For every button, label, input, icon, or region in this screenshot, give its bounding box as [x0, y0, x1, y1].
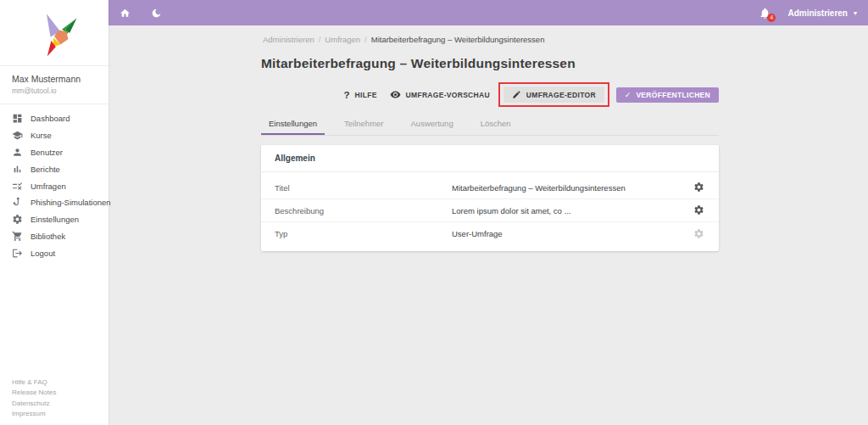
sidebar-footer: Hilfe & FAQ Release Notes Datenschutz Im…: [12, 377, 56, 419]
pencil-icon: [512, 90, 521, 99]
breadcrumb-current: Mitarbeiterbefragung – Weiterbildungsint…: [371, 35, 545, 44]
sidebar: Max Mustermann mm@tutool.io Dashboard Ku…: [0, 0, 108, 425]
user-block: Max Mustermann mm@tutool.io: [0, 66, 108, 104]
notifications-bell-icon[interactable]: 4: [759, 7, 771, 20]
bar-chart-icon: [12, 164, 23, 175]
red-annotation-box: UMFRAGE-EDITOR: [498, 82, 609, 107]
sidebar-item-label: Berichte: [31, 165, 60, 174]
row-value: Lorem ipsum dolor sit amet, co ...: [452, 206, 693, 215]
sidebar-item-label: Benutzer: [31, 148, 63, 157]
hummingbird-logo-icon: [30, 8, 79, 58]
sidebar-item-kurse[interactable]: Kurse: [0, 127, 108, 144]
gear-icon: [12, 214, 23, 225]
action-bar: ? HILFE UMFRAGE-VORSCHAU UMFRAGE-EDITOR: [261, 82, 719, 107]
table-row-typ: Typ User-Umfrage: [261, 222, 719, 245]
breadcrumb-administrieren[interactable]: Administrieren: [263, 35, 314, 44]
breadcrumb: Administrieren/Umfragen/Mitarbeiterbefra…: [261, 25, 719, 44]
footer-link-hilfe-faq[interactable]: Hilfe & FAQ: [12, 377, 56, 388]
footer-link-datenschutz[interactable]: Datenschutz: [12, 399, 56, 409]
sidebar-item-label: Bibliothek: [31, 232, 65, 241]
edit-gear-icon[interactable]: [693, 182, 705, 193]
row-label: Beschreibung: [275, 206, 452, 215]
sidebar-item-einstellungen[interactable]: Einstellungen: [0, 211, 108, 228]
breadcrumb-separator: /: [319, 35, 321, 44]
sidebar-item-label: Einstellungen: [31, 215, 79, 224]
table-row-beschreibung: Beschreibung Lorem ipsum dolor sit amet,…: [261, 199, 719, 222]
survey-editor-button[interactable]: UMFRAGE-EDITOR: [504, 87, 604, 103]
edit-gear-icon[interactable]: [693, 204, 705, 216]
home-icon[interactable]: [120, 8, 131, 19]
top-bar: 4 Administrieren ▾: [108, 0, 868, 25]
app-window: Max Mustermann mm@tutool.io Dashboard Ku…: [0, 0, 868, 425]
edit-gear-icon-disabled: [693, 228, 705, 240]
sidebar-item-label: Phishing-Simulationen: [31, 198, 111, 207]
row-label: Typ: [275, 229, 452, 238]
sidebar-item-logout[interactable]: Logout: [0, 244, 108, 261]
settings-card: Allgemein Titel Mitarbeiterbefragung – W…: [261, 145, 719, 251]
logo: [0, 0, 108, 66]
cart-icon: [12, 231, 23, 242]
user-name: Max Mustermann: [12, 74, 97, 84]
header-right: 4 Administrieren ▾: [759, 7, 857, 20]
eye-icon: [390, 89, 401, 100]
sidebar-item-benutzer[interactable]: Benutzer: [0, 144, 108, 161]
person-icon: [12, 147, 23, 158]
main-content: Administrieren/Umfragen/Mitarbeiterbefra…: [108, 25, 868, 425]
sidebar-nav: Dashboard Kurse Benutzer Berichte Umfrag…: [0, 104, 108, 261]
survey-preview-button[interactable]: UMFRAGE-VORSCHAU: [390, 89, 490, 100]
tab-loeschen[interactable]: Löschen: [473, 113, 519, 135]
notification-badge: 4: [767, 14, 776, 22]
breadcrumb-umfragen[interactable]: Umfragen: [325, 35, 360, 44]
card-title: Allgemein: [261, 145, 719, 172]
sidebar-item-phishing[interactable]: Phishing-Simulationen: [0, 194, 108, 211]
dashboard-icon: [12, 113, 23, 124]
table-row-titel: Titel Mitarbeiterbefragung – Weiterbildu…: [261, 176, 719, 199]
footer-link-impressum[interactable]: Impressum: [12, 409, 56, 419]
breadcrumb-separator: /: [364, 35, 367, 44]
row-label: Titel: [275, 183, 452, 193]
page-title: Mitarbeiterbefragung – Weiterbildungsint…: [261, 56, 719, 71]
sidebar-item-label: Kurse: [31, 131, 52, 140]
row-value: User-Umfrage: [452, 229, 693, 238]
admin-menu-label[interactable]: Administrieren: [787, 8, 848, 18]
footer-link-release-notes[interactable]: Release Notes: [12, 388, 56, 398]
chevron-down-icon[interactable]: ▾: [854, 9, 857, 17]
tab-einstellungen[interactable]: Einstellungen: [261, 113, 325, 135]
help-button[interactable]: ? HILFE: [344, 90, 377, 100]
dark-mode-moon-icon[interactable]: [151, 8, 162, 19]
graduation-cap-icon: [12, 130, 23, 141]
check-icon: ✓: [625, 91, 632, 99]
question-mark-icon: ?: [344, 90, 350, 100]
publish-button[interactable]: ✓ VERÖFFENTLICHEN: [616, 87, 719, 103]
fishing-hook-icon: [12, 197, 23, 208]
sidebar-item-umfragen[interactable]: Umfragen: [0, 177, 108, 194]
sidebar-item-label: Umfragen: [31, 182, 66, 191]
sidebar-item-label: Logout: [31, 249, 55, 258]
tab-teilnehmer[interactable]: Teilnehmer: [337, 113, 391, 135]
checklist-icon: [12, 181, 23, 192]
row-value: Mitarbeiterbefragung – Weiterbildungsint…: [452, 183, 693, 193]
user-email: mm@tutool.io: [12, 87, 97, 95]
sidebar-item-dashboard[interactable]: Dashboard: [0, 110, 108, 127]
logout-icon: [12, 248, 23, 259]
sidebar-item-bibliothek[interactable]: Bibliothek: [0, 228, 108, 245]
sidebar-item-label: Dashboard: [31, 114, 70, 123]
tab-bar: Einstellungen Teilnehmer Auswertung Lösc…: [261, 113, 719, 136]
tab-auswertung[interactable]: Auswertung: [403, 113, 461, 135]
sidebar-item-berichte[interactable]: Berichte: [0, 160, 108, 177]
